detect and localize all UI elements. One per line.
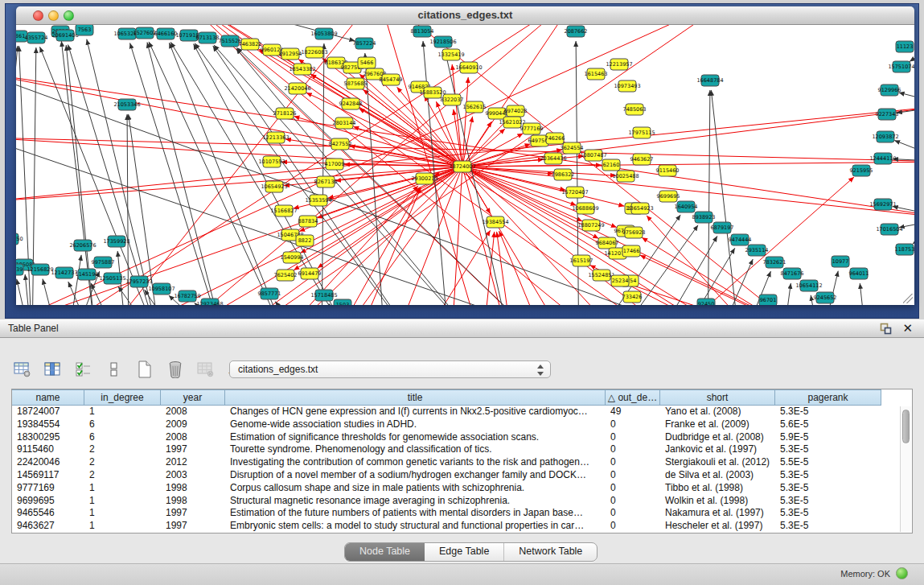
graph-node[interactable]: 8471676 [781, 268, 804, 279]
graph-edge[interactable] [16, 73, 462, 167]
graph-node[interactable]: 7485063 [623, 104, 647, 115]
graph-node[interactable]: 25234 [611, 275, 629, 286]
table-row[interactable]: 1872400712008Changes of HCN gene express… [12, 406, 912, 418]
table-cell[interactable]: 0 [606, 431, 660, 444]
graph-node[interactable]: 887834 [298, 216, 318, 227]
table-cell[interactable]: 1 [84, 482, 161, 495]
table-cell[interactable]: 0 [606, 456, 660, 469]
graph-node[interactable]: 18543382 [289, 64, 315, 75]
graph-node[interactable]: 8454749 [380, 74, 403, 85]
column-header-title[interactable]: title [225, 389, 606, 406]
table-cell[interactable]: Jankovic et al. (1997) [660, 443, 775, 456]
table-cell[interactable]: Estimation of the future numbers of pati… [225, 507, 606, 520]
graph-node[interactable]: 92450 [697, 299, 715, 305]
tab-network-table[interactable]: Network Table [503, 543, 597, 561]
graph-node[interactable]: 16782759 [174, 290, 200, 302]
table-cell[interactable]: Embryonic stem cells: a model to study s… [225, 520, 606, 533]
graph-node[interactable]: 1562615 [463, 101, 487, 113]
graph-node[interactable]: 9242848 [339, 98, 363, 109]
table-settings-icon[interactable] [13, 360, 32, 379]
graph-node[interactable]: 9975887 [92, 257, 115, 268]
column-header-name[interactable]: name [12, 389, 84, 406]
table-cell[interactable]: 0 [606, 520, 660, 533]
table-cell[interactable]: 49 [606, 406, 660, 418]
graph-edge[interactable] [322, 43, 324, 305]
graph-node[interactable]: 2087662 [565, 26, 588, 37]
graph-node[interactable]: 26206576 [69, 240, 96, 251]
graph-node[interactable]: 11123 [896, 41, 914, 52]
table-row[interactable]: 969969511998Structural magnetic resonanc… [12, 495, 912, 508]
graph-node[interactable]: 9857771 [258, 288, 281, 299]
table-cell[interactable]: 5.3E-5 [775, 482, 881, 495]
table-cell[interactable]: Corpus callosum shape and size in male p… [225, 482, 606, 495]
graph-node[interactable]: 9227343 [876, 109, 899, 120]
table-cell[interactable]: 5.3E-5 [775, 443, 881, 456]
graph-node[interactable]: 12213363 [262, 132, 289, 143]
table-row[interactable]: 1938455462009Genome-wide association stu… [12, 418, 912, 431]
table-cell[interactable]: Yano et al. (2008) [660, 406, 775, 418]
graph-node[interactable]: 16648784 [696, 75, 723, 86]
graph-node[interactable]: 8822 [296, 235, 314, 246]
table-cell[interactable]: 1997 [161, 520, 225, 533]
delete-table-icon[interactable] [166, 360, 185, 379]
graph-node[interactable]: 9115460 [656, 165, 680, 176]
graph-node[interactable]: 4355724 [25, 32, 48, 43]
graph-edge[interactable] [708, 90, 710, 305]
graph-node[interactable]: 1615463 [585, 68, 608, 80]
graph-node[interactable]: 1540994 [281, 252, 304, 263]
column-header-out_de[interactable]: △ out_de… [606, 389, 660, 406]
graph-node[interactable]: 12142737 [51, 267, 77, 278]
graph-node[interactable]: 417009 [325, 159, 345, 170]
table-cell[interactable]: Estimation of significance thresholds fo… [225, 431, 606, 444]
table-cell[interactable]: 6 [84, 431, 161, 444]
table-cell[interactable]: Disruption of a novel member of a sodium… [225, 469, 606, 482]
graph-node[interactable]: 6914479 [298, 268, 322, 279]
graph-edge[interactable] [913, 218, 914, 244]
graph-edge[interactable] [237, 47, 547, 305]
table-cell[interactable]: 2012 [161, 456, 225, 469]
graph-node[interactable]: 964011 [849, 268, 869, 279]
table-cell[interactable]: Tourette syndrome. Phenomenology and cla… [225, 443, 606, 456]
graph-node[interactable]: 9129966 [878, 84, 901, 96]
graph-node[interactable]: 19384554 [482, 216, 508, 228]
table-cell[interactable]: 18724007 [12, 406, 84, 418]
table-cell[interactable]: 5.3E-5 [775, 406, 881, 418]
table-cell[interactable]: 9699695 [12, 495, 84, 508]
table-cell[interactable]: 9465546 [12, 507, 84, 520]
table-cell[interactable]: 1 [84, 520, 161, 533]
table-cell[interactable]: 9777169 [12, 482, 84, 495]
graph-node[interactable]: 16640910 [455, 62, 482, 73]
graph-node[interactable]: 8322037 [441, 94, 464, 105]
graph-node[interactable]: 2935114 [745, 245, 769, 256]
graph-node[interactable]: 62160 [602, 159, 620, 171]
table-cell[interactable]: Wolkin et al. (1998) [660, 495, 775, 508]
graph-edge[interactable] [68, 44, 161, 305]
graph-node[interactable]: 12213957 [606, 59, 632, 70]
table-cell[interactable]: 2009 [161, 418, 225, 431]
graph-edge[interactable] [780, 283, 791, 305]
table-cell[interactable]: 0 [606, 443, 660, 456]
close-panel-icon[interactable]: ✕ [902, 321, 913, 336]
graph-node[interactable]: 10107553 [258, 156, 285, 167]
table-cell[interactable]: 5.3E-5 [775, 507, 881, 520]
graph-edge[interactable] [462, 162, 914, 167]
table-cell[interactable]: 5.3E-5 [775, 495, 881, 508]
graph-node[interactable]: 10688609 [572, 203, 598, 214]
graph-node[interactable]: 7625402 [274, 270, 298, 281]
graph-node[interactable]: 9463627 [630, 154, 654, 165]
table-cell[interactable]: 5.3E-5 [775, 520, 881, 533]
table-cell[interactable]: Dudbridge et al. (2008) [660, 431, 775, 444]
graph-node[interactable]: 8813054 [411, 26, 434, 37]
graph-node[interactable]: 1615197 [570, 255, 593, 266]
graph-node[interactable]: 9777169 [520, 123, 544, 134]
graph-node[interactable]: 17016504 [876, 224, 902, 235]
graph-edge[interactable] [169, 43, 290, 305]
graph-edge[interactable] [257, 186, 418, 305]
graph-node[interactable]: 8267130 [314, 176, 338, 187]
graph-node[interactable]: 9684067 [596, 237, 619, 249]
table-cell[interactable]: 2008 [161, 431, 225, 444]
table-row[interactable]: 911546021997Tourette syndrome. Phenomeno… [12, 443, 912, 456]
graph-node[interactable]: 21053346 [113, 99, 140, 110]
graph-node[interactable]: 7986322 [552, 169, 575, 180]
table-cell[interactable]: 5.6E-5 [775, 418, 881, 431]
